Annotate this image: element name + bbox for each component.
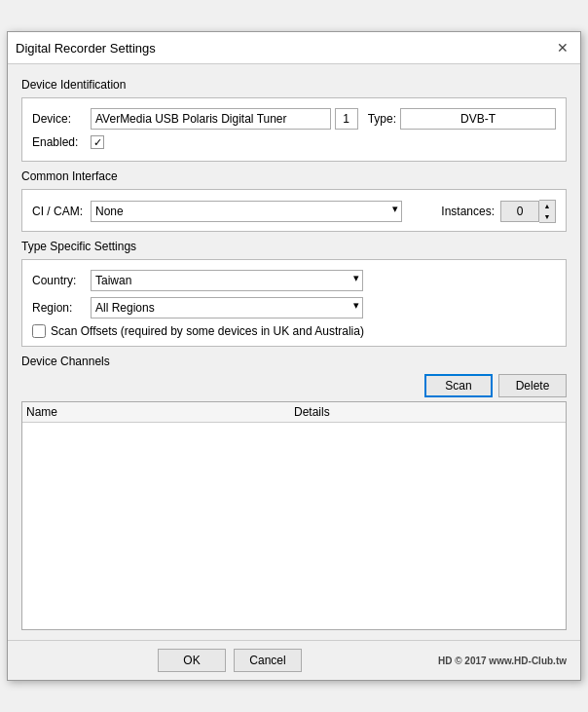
region-row: Region: All Regions [32, 297, 556, 319]
scan-offsets-row: Scan Offsets (required by some devices i… [32, 324, 556, 338]
ci-section-label: Common Interface [21, 169, 567, 183]
region-wrapper: All Regions [91, 297, 363, 319]
instances-input[interactable] [500, 201, 539, 222]
instances-label: Instances: [441, 205, 495, 218]
table-header: Name Details [22, 402, 566, 423]
enabled-row: Enabled: ✓ [32, 135, 556, 149]
type-settings-label: Type Specific Settings [21, 240, 567, 253]
dialog-body: Device Identification Device: Type: Enab… [8, 64, 580, 640]
channels-toolbar: Scan Delete [21, 374, 567, 397]
table-body [22, 423, 566, 618]
device-row: Device: Type: [32, 108, 556, 130]
country-row: Country: Taiwan [32, 270, 556, 291]
dialog-title: Digital Recorder Settings [16, 41, 156, 56]
cancel-button[interactable]: Cancel [234, 649, 302, 672]
device-input[interactable] [91, 108, 331, 130]
enabled-label: Enabled: [32, 135, 91, 149]
ci-cam-wrapper: None [91, 201, 402, 222]
region-select[interactable]: All Regions [91, 297, 363, 319]
type-label: Type: [368, 112, 396, 126]
scan-button[interactable]: Scan [424, 374, 493, 397]
device-num-input[interactable] [335, 108, 358, 130]
type-settings-group: Country: Taiwan Region: All Regions [21, 259, 567, 347]
close-button[interactable]: ✕ [553, 38, 572, 57]
device-section-label: Device Identification [21, 78, 567, 92]
instances-spinner-buttons: ▲ ▼ [539, 200, 556, 223]
watermark-logo: HD [438, 656, 452, 666]
device-group: Device: Type: Enabled: ✓ [21, 97, 567, 162]
col-details-header: Details [294, 405, 562, 419]
channels-table: Name Details [21, 401, 567, 630]
instances-down-button[interactable]: ▼ [539, 211, 555, 222]
ci-cam-select[interactable]: None [91, 201, 402, 222]
country-select[interactable]: Taiwan [91, 270, 363, 291]
type-input[interactable] [400, 108, 556, 130]
scan-offsets-label: Scan Offsets (required by some devices i… [51, 324, 364, 338]
scan-offsets-checkbox[interactable] [32, 324, 46, 338]
instances-up-button[interactable]: ▲ [539, 201, 555, 211]
channels-section: Device Channels Scan Delete Name Details [21, 355, 567, 630]
col-name-header: Name [26, 405, 294, 419]
ci-cam-label: CI / CAM: [32, 205, 91, 218]
dialog-window: Digital Recorder Settings ✕ Device Ident… [7, 31, 581, 681]
ci-row: CI / CAM: None Instances: ▲ ▼ [32, 200, 556, 223]
title-bar: Digital Recorder Settings ✕ [8, 32, 580, 64]
country-wrapper: Taiwan [91, 270, 363, 291]
footer-buttons: OK Cancel [21, 649, 438, 672]
delete-button[interactable]: Delete [498, 374, 567, 397]
channels-label: Device Channels [21, 355, 567, 368]
watermark-text: © 2017 www.HD-Club.tw [455, 656, 567, 666]
instances-spinner: ▲ ▼ [500, 200, 556, 223]
watermark: HD © 2017 www.HD-Club.tw [438, 656, 567, 666]
device-label: Device: [32, 112, 91, 126]
ok-button[interactable]: OK [158, 649, 226, 672]
enabled-checkbox[interactable]: ✓ [91, 135, 104, 149]
ci-group: CI / CAM: None Instances: ▲ ▼ [21, 189, 567, 232]
country-label: Country: [32, 274, 91, 287]
region-label: Region: [32, 301, 91, 315]
dialog-footer: OK Cancel HD © 2017 www.HD-Club.tw [8, 640, 580, 680]
